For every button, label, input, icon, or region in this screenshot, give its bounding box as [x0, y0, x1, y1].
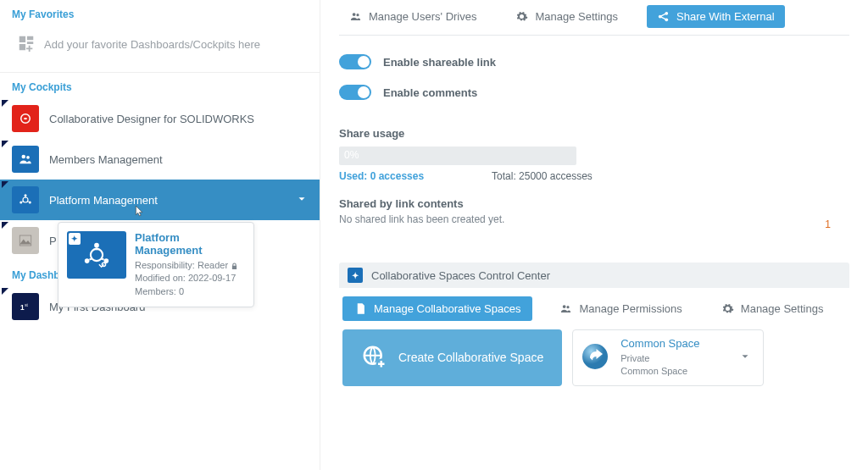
tab-share-external[interactable]: Share With External [647, 5, 785, 28]
panel-tab-spaces[interactable]: Manage Collaborative Spaces [342, 296, 532, 321]
bookmark-icon [2, 288, 8, 295]
panel-title: Collaborative Spaces Control Center [371, 269, 550, 282]
create-space-label: Create Collaborative Space [398, 351, 543, 364]
ds-logo-icon: ✦ [348, 268, 363, 283]
panel-tab-permissions[interactable]: Manage Permissions [548, 296, 693, 321]
usage-stats: Used: 0 accesses Total: 25000 accesses [339, 170, 849, 182]
panel-body: Create Collaborative Space Common Space … [339, 329, 849, 386]
users-icon [349, 10, 362, 23]
toggle-label: Enable comments [383, 86, 477, 99]
tooltip-thumbnail: ✦ [67, 231, 126, 279]
lock-icon [231, 260, 238, 270]
app-tile-icon [12, 105, 39, 132]
tooltip-title: Platform Management [135, 231, 245, 257]
sidebar: My Favorites Add your favorite Dashboard… [0, 0, 320, 470]
cockpit-label: P [49, 235, 57, 247]
svg-point-11 [94, 243, 99, 248]
tooltip-body: Platform Management Responsibility: Read… [135, 231, 245, 298]
usage-progress-bar: 0% [339, 147, 576, 165]
svg-text:1: 1 [20, 304, 25, 312]
svg-point-15 [353, 13, 356, 16]
progress-value: 0% [344, 149, 359, 161]
collab-spaces-panel: ✦ Collaborative Spaces Control Center Ma… [339, 263, 849, 386]
svg-point-12 [85, 258, 90, 263]
svg-point-2 [26, 156, 30, 159]
bookmark-icon [2, 181, 8, 188]
top-tabbar: Manage Users' Drives Manage Settings Sha… [339, 0, 849, 36]
cockpit-label: Members Management [49, 153, 163, 166]
favorites-empty-text: Add your favorite Dashboards/Cockpits he… [44, 38, 260, 51]
panel-tab-settings[interactable]: Manage Settings [709, 296, 836, 321]
tab-label: Manage Users' Drives [369, 10, 476, 23]
panel-tab-label: Manage Settings [741, 302, 824, 315]
document-icon [354, 302, 367, 315]
favorites-empty[interactable]: Add your favorite Dashboards/Cockpits he… [0, 25, 320, 73]
svg-point-21 [567, 306, 570, 308]
ds-badge-icon: ✦ [69, 233, 81, 245]
cockpit-label: Collaborative Designer for SOLIDWORKS [49, 113, 254, 125]
globe-arrow-icon [580, 341, 610, 374]
panel-header: ✦ Collaborative Spaces Control Center [339, 263, 849, 288]
cockpits-heading: My Cockpits [0, 73, 320, 98]
tab-manage-settings[interactable]: Manage Settings [505, 5, 628, 28]
cursor-icon [134, 205, 146, 219]
space-info: Common Space Private Common Space [620, 337, 699, 379]
shared-contents-empty: No shared link has been created yet. [339, 213, 849, 225]
chevron-down-icon [739, 351, 751, 365]
panel-tab-label: Manage Collaborative Spaces [374, 302, 520, 315]
users-icon [559, 302, 572, 315]
space-card-common[interactable]: Common Space Private Common Space [572, 329, 764, 386]
cockpit-tooltip: ✦ Platform Management Responsibility: Re… [58, 222, 254, 307]
tab-manage-drives[interactable]: Manage Users' Drives [339, 5, 487, 28]
svg-point-10 [91, 249, 103, 261]
app-tile-icon [12, 227, 39, 254]
tooltip-members: Members: 0 [135, 285, 245, 298]
usage-used: Used: 0 accesses [339, 170, 424, 182]
create-space-button[interactable]: Create Collaborative Space [342, 329, 562, 386]
svg-point-16 [356, 14, 359, 16]
add-dashboard-icon [17, 34, 36, 55]
page-indicator: 1 [825, 218, 831, 230]
bookmark-icon [2, 141, 8, 147]
space-privacy: Private [620, 352, 699, 365]
main-content: Manage Users' Drives Manage Settings Sha… [320, 0, 868, 470]
svg-point-3 [23, 197, 28, 202]
tab-label: Manage Settings [535, 10, 618, 23]
shared-contents-heading: Shared by link contents [339, 197, 849, 210]
svg-point-1 [22, 155, 26, 159]
cockpit-item-platform[interactable]: Platform Management [0, 180, 320, 220]
favorites-heading: My Favorites [0, 0, 320, 25]
gear-icon [515, 10, 528, 23]
tab-label: Share With External [676, 10, 775, 23]
tooltip-modified: Modified on: 2022-09-17 [135, 272, 245, 285]
svg-point-4 [25, 194, 27, 196]
cockpit-item-solidworks[interactable]: Collaborative Designer for SOLIDWORKS [0, 98, 320, 139]
bookmark-icon [2, 222, 8, 229]
cockpit-item-members[interactable]: Members Management [0, 139, 320, 180]
svg-point-6 [29, 202, 31, 204]
globe-plus-icon [361, 344, 387, 372]
share-icon [657, 10, 670, 23]
share-usage-heading: Share usage [339, 127, 849, 140]
toggle-shareable-link[interactable] [339, 54, 371, 69]
panel-tabbar: Manage Collaborative Spaces Manage Permi… [339, 288, 849, 329]
space-name: Common Space [620, 365, 699, 378]
svg-point-20 [563, 305, 566, 308]
app-tile-icon: 1st [12, 293, 39, 320]
svg-point-5 [19, 202, 22, 204]
gear-icon [721, 302, 734, 315]
tooltip-responsibility: Responsibility: Reader [135, 259, 245, 272]
svg-text:st: st [25, 303, 28, 307]
usage-total: Total: 25000 accesses [492, 170, 593, 182]
toggle-label: Enable shareable link [383, 56, 496, 69]
toggle-comments[interactable] [339, 85, 371, 100]
app-tile-icon [12, 146, 39, 173]
bookmark-icon [2, 100, 8, 107]
space-title: Common Space [620, 337, 699, 350]
toggle-section: Enable shareable link Enable comments [339, 36, 849, 124]
app-tile-icon [12, 186, 39, 213]
chevron-down-icon [296, 193, 308, 207]
panel-tab-label: Manage Permissions [579, 302, 682, 315]
